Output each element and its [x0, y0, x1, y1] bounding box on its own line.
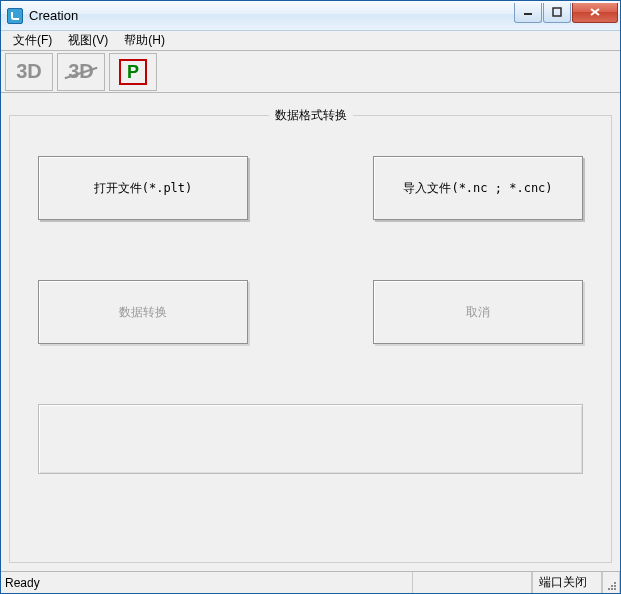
open-file-button[interactable]: 打开文件(*.plt): [38, 156, 248, 220]
button-row-1: 打开文件(*.plt) 导入文件(*.nc ; *.cnc): [38, 156, 583, 220]
client-area: 数据格式转换 打开文件(*.plt) 导入文件(*.nc ; *.cnc) 数据…: [1, 93, 620, 571]
toolbar-3d-button[interactable]: 3D: [5, 53, 53, 91]
cancel-label: 取消: [466, 304, 490, 321]
minimize-icon: [523, 7, 533, 17]
status-pane-1: [412, 572, 532, 593]
toolbar-p-button[interactable]: P: [109, 53, 157, 91]
menu-bar: 文件(F) 视图(V) 帮助(H): [1, 31, 620, 51]
window-controls: [513, 3, 618, 23]
output-panel: [38, 404, 583, 474]
cancel-button[interactable]: 取消: [373, 280, 583, 344]
button-row-2: 数据转换 取消: [38, 280, 583, 344]
maximize-icon: [552, 7, 562, 17]
svg-rect-1: [553, 8, 561, 16]
toolbar: 3D 3D P: [1, 51, 620, 93]
import-file-label: 导入文件(*.nc ; *.cnc): [403, 180, 552, 197]
maximize-button[interactable]: [543, 3, 571, 23]
minimize-button[interactable]: [514, 3, 542, 23]
app-icon: [7, 8, 23, 24]
toolbar-3d-off-button[interactable]: 3D: [57, 53, 105, 91]
close-button[interactable]: [572, 3, 618, 23]
three-d-off-icon: 3D: [68, 60, 94, 83]
convert-button[interactable]: 数据转换: [38, 280, 248, 344]
window-title: Creation: [29, 8, 78, 23]
three-d-icon: 3D: [16, 60, 42, 83]
status-port: 端口关闭: [532, 572, 602, 593]
menu-file[interactable]: 文件(F): [5, 30, 60, 51]
import-file-button[interactable]: 导入文件(*.nc ; *.cnc): [373, 156, 583, 220]
data-format-group: 数据格式转换 打开文件(*.plt) 导入文件(*.nc ; *.cnc) 数据…: [9, 115, 612, 563]
title-bar[interactable]: Creation: [1, 1, 620, 31]
open-file-label: 打开文件(*.plt): [94, 180, 193, 197]
resize-grip[interactable]: [602, 572, 620, 593]
close-icon: [589, 7, 601, 17]
group-title: 数据格式转换: [269, 107, 353, 124]
p-icon: P: [119, 59, 147, 85]
menu-help[interactable]: 帮助(H): [116, 30, 173, 51]
convert-label: 数据转换: [119, 304, 167, 321]
app-window: Creation 文件(F) 视图(V) 帮助(H) 3D: [0, 0, 621, 594]
status-ready: Ready: [1, 572, 412, 593]
menu-view[interactable]: 视图(V): [60, 30, 116, 51]
status-bar: Ready 端口关闭: [1, 571, 620, 593]
